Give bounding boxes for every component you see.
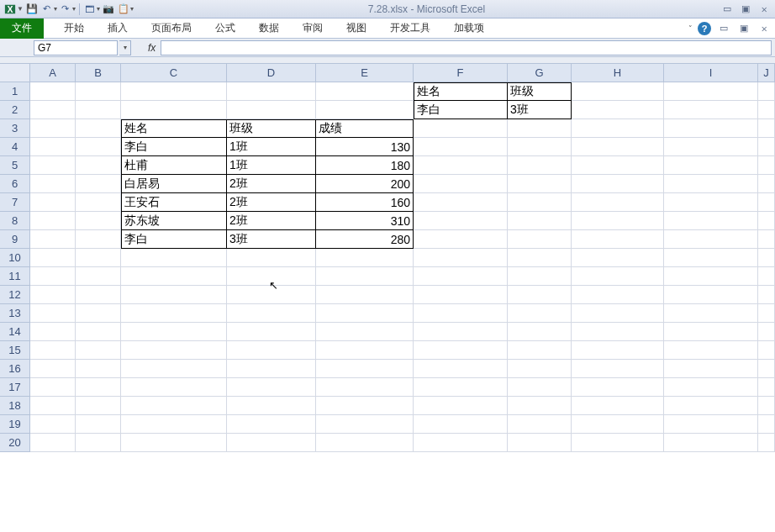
cell-D2[interactable] <box>227 101 316 119</box>
cell-F1[interactable]: 姓名 <box>414 82 508 101</box>
cell-A12[interactable] <box>30 286 76 304</box>
row-header-10[interactable]: 10 <box>0 249 30 267</box>
cell-D13[interactable] <box>227 304 316 323</box>
cell-F12[interactable] <box>414 286 508 304</box>
help-icon[interactable]: ? <box>698 22 711 35</box>
tab-formulas[interactable]: 公式 <box>203 18 247 39</box>
cell-A14[interactable] <box>30 323 76 341</box>
cell-D11[interactable] <box>227 267 316 286</box>
cell-A6[interactable] <box>30 175 76 193</box>
formula-bar[interactable] <box>161 40 772 55</box>
cell-J19[interactable] <box>758 415 775 434</box>
cell-H9[interactable] <box>572 230 664 249</box>
cell-C16[interactable] <box>121 360 227 378</box>
col-header-H[interactable]: H <box>572 64 664 82</box>
cell-F19[interactable] <box>414 415 508 434</box>
cell-D12[interactable] <box>227 286 316 304</box>
cell-J20[interactable] <box>758 434 775 452</box>
cell-B3[interactable] <box>76 119 121 138</box>
cell-B1[interactable] <box>76 82 121 101</box>
cell-I12[interactable] <box>664 286 758 304</box>
cell-B14[interactable] <box>76 323 121 341</box>
cell-I8[interactable] <box>664 212 758 230</box>
cell-D18[interactable] <box>227 397 316 415</box>
col-header-J[interactable]: J <box>758 64 775 82</box>
cell-C13[interactable] <box>121 304 227 323</box>
workbook-restore-icon[interactable]: ▣ <box>736 23 751 34</box>
fx-label[interactable]: fx <box>148 42 156 54</box>
cell-B13[interactable] <box>76 304 121 323</box>
cell-D20[interactable] <box>227 434 316 452</box>
cell-F7[interactable] <box>414 193 508 212</box>
cell-B4[interactable] <box>76 138 121 156</box>
undo-icon[interactable]: ↶ <box>40 3 54 16</box>
cell-J7[interactable] <box>758 193 775 212</box>
cell-C19[interactable] <box>121 415 227 434</box>
cell-C6[interactable]: 白居易 <box>121 175 227 193</box>
cell-C12[interactable] <box>121 286 227 304</box>
cell-E13[interactable] <box>316 304 414 323</box>
tab-insert[interactable]: 插入 <box>96 18 140 39</box>
cell-C14[interactable] <box>121 323 227 341</box>
cell-I9[interactable] <box>664 230 758 249</box>
cell-D1[interactable] <box>227 82 316 101</box>
cell-B18[interactable] <box>76 397 121 415</box>
cell-G6[interactable] <box>508 175 572 193</box>
cell-I11[interactable] <box>664 267 758 286</box>
cell-F20[interactable] <box>414 434 508 452</box>
cell-H17[interactable] <box>572 378 664 397</box>
cell-A17[interactable] <box>30 378 76 397</box>
cell-C2[interactable] <box>121 101 227 119</box>
cell-I6[interactable] <box>664 175 758 193</box>
cell-I3[interactable] <box>664 119 758 138</box>
cell-H5[interactable] <box>572 156 664 175</box>
row-header-15[interactable]: 15 <box>0 341 30 360</box>
cell-G19[interactable] <box>508 415 572 434</box>
cell-E5[interactable]: 180 <box>316 156 414 175</box>
col-header-B[interactable]: B <box>76 64 121 82</box>
cell-E2[interactable] <box>316 101 414 119</box>
tab-data[interactable]: 数据 <box>247 18 291 39</box>
cell-I4[interactable] <box>664 138 758 156</box>
cell-I2[interactable] <box>664 101 758 119</box>
cell-E1[interactable] <box>316 82 414 101</box>
cell-H4[interactable] <box>572 138 664 156</box>
col-header-F[interactable]: F <box>414 64 508 82</box>
cell-I17[interactable] <box>664 378 758 397</box>
row-header-18[interactable]: 18 <box>0 397 30 415</box>
cell-J2[interactable] <box>758 101 775 119</box>
cell-F16[interactable] <box>414 360 508 378</box>
cell-J11[interactable] <box>758 267 775 286</box>
cell-E12[interactable] <box>316 286 414 304</box>
cell-B9[interactable] <box>76 230 121 249</box>
cell-I18[interactable] <box>664 397 758 415</box>
cell-H2[interactable] <box>572 101 664 119</box>
row-header-7[interactable]: 7 <box>0 193 30 212</box>
cell-B16[interactable] <box>76 360 121 378</box>
cell-G20[interactable] <box>508 434 572 452</box>
qa-tool-1-dropdown-icon[interactable]: ▾ <box>97 5 100 13</box>
row-header-5[interactable]: 5 <box>0 156 30 175</box>
cell-J13[interactable] <box>758 304 775 323</box>
cell-I1[interactable] <box>664 82 758 101</box>
cell-G1[interactable]: 班级 <box>508 82 572 101</box>
save-icon[interactable]: 💾 <box>25 3 39 16</box>
row-header-19[interactable]: 19 <box>0 415 30 434</box>
cell-J8[interactable] <box>758 212 775 230</box>
cell-E8[interactable]: 310 <box>316 212 414 230</box>
cell-F14[interactable] <box>414 323 508 341</box>
cell-I20[interactable] <box>664 434 758 452</box>
cell-H13[interactable] <box>572 304 664 323</box>
cell-E6[interactable]: 200 <box>316 175 414 193</box>
cell-E4[interactable]: 130 <box>316 138 414 156</box>
cell-C11[interactable] <box>121 267 227 286</box>
cell-A2[interactable] <box>30 101 76 119</box>
row-header-12[interactable]: 12 <box>0 286 30 304</box>
cell-A16[interactable] <box>30 360 76 378</box>
cell-B8[interactable] <box>76 212 121 230</box>
cell-A10[interactable] <box>30 249 76 267</box>
cell-C9[interactable]: 李白 <box>121 230 227 249</box>
cell-B6[interactable] <box>76 175 121 193</box>
cell-A13[interactable] <box>30 304 76 323</box>
row-header-9[interactable]: 9 <box>0 230 30 249</box>
